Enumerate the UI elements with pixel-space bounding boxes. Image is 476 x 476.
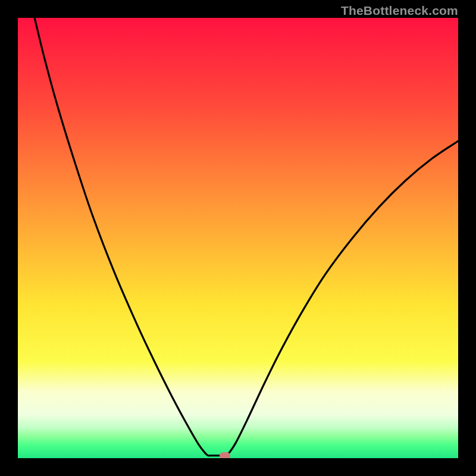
bottleneck-curve xyxy=(35,18,458,456)
chart-frame: TheBottleneck.com xyxy=(0,0,476,476)
curve-minimum-marker xyxy=(220,452,230,458)
plot-area xyxy=(18,18,458,458)
curve-layer xyxy=(18,18,458,458)
watermark-text: TheBottleneck.com xyxy=(341,4,458,18)
